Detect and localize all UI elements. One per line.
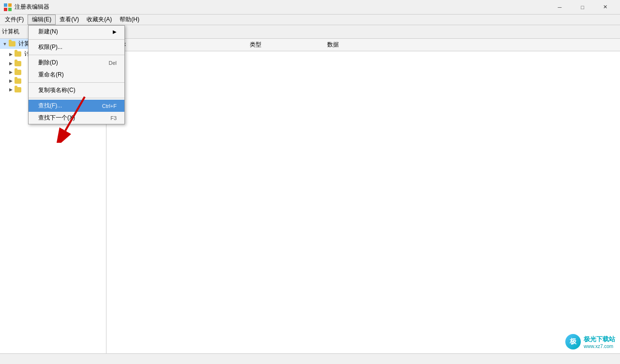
menu-help[interactable]: 帮助(H) (116, 15, 143, 25)
svg-rect-2 (4, 8, 7, 11)
menu-edit-delete-label: 删除(D) (38, 59, 58, 67)
folder-icon-5 (15, 86, 22, 93)
status-bar (0, 353, 620, 364)
tree-toggle-3[interactable]: ▶ (8, 69, 14, 75)
close-button[interactable]: ✕ (594, 0, 616, 14)
content-header: 名称 类型 数据 (106, 39, 620, 51)
menu-bar: 文件(F) 编辑(E) 查看(V) 收藏夹(A) 帮助(H) (0, 15, 620, 25)
menu-file[interactable]: 文件(F) (1, 15, 28, 25)
app-icon (4, 3, 12, 11)
folder-icon-2 (15, 60, 22, 67)
menu-edit-delete-shortcut: Del (108, 60, 117, 66)
svg-rect-3 (8, 8, 12, 11)
tree-toggle-4[interactable]: ▶ (8, 78, 14, 84)
menu-edit-find-shortcut: Ctrl+F (102, 103, 117, 109)
col-header-data: 数据 (323, 41, 616, 49)
svg-rect-0 (4, 3, 7, 7)
menu-edit-copy-name-label: 复制项名称(C) (38, 86, 76, 94)
menu-edit-rename[interactable]: 重命名(R) (29, 69, 124, 81)
col-header-name: 名称 (110, 41, 246, 49)
maximize-button[interactable]: □ (572, 0, 593, 14)
window-controls: ─ □ ✕ (549, 0, 616, 14)
window-title: 注册表编辑器 (15, 3, 549, 11)
menu-view[interactable]: 查看(V) (56, 15, 83, 25)
folder-icon-4 (15, 77, 22, 84)
menu-edit-find-label: 查找(F)... (38, 102, 62, 110)
folder-icon-3 (15, 69, 22, 76)
folder-icon-computer (9, 41, 16, 47)
menu-edit-find[interactable]: 查找(F)... Ctrl+F (29, 100, 124, 112)
menu-edit-permissions[interactable]: 权限(P)... (29, 41, 124, 53)
divider-1 (29, 39, 124, 40)
divider-3 (29, 82, 124, 83)
edit-dropdown-menu: 新建(N) ▶ 权限(P)... 删除(D) Del 重命名(R) 复制项名称(… (28, 25, 125, 124)
divider-2 (29, 55, 124, 55)
menu-edit-new[interactable]: 新建(N) ▶ (29, 26, 124, 38)
menu-edit-delete[interactable]: 删除(D) Del (29, 57, 124, 69)
col-header-type: 类型 (246, 41, 323, 49)
menu-favorites[interactable]: 收藏夹(A) (83, 15, 116, 25)
tree-toggle-1[interactable]: ▶ (8, 51, 14, 57)
title-bar: 注册表编辑器 ─ □ ✕ (0, 0, 620, 15)
content-panel: 名称 类型 数据 (106, 39, 620, 353)
menu-edit-copy-name[interactable]: 复制项名称(C) (29, 84, 124, 96)
menu-edit-permissions-label: 权限(P)... (38, 43, 62, 51)
tree-toggle-2[interactable]: ▶ (8, 61, 14, 66)
menu-edit-find-next-label: 查找下一个(X) (38, 114, 75, 122)
tree-toggle-5[interactable]: ▶ (8, 87, 14, 92)
menu-edit-new-arrow: ▶ (113, 29, 117, 34)
menu-edit-find-next-shortcut: F3 (110, 115, 117, 121)
breadcrumb: 计算机 (2, 28, 19, 36)
menu-edit-new-label: 新建(N) (38, 28, 58, 36)
tree-toggle-computer[interactable]: ▼ (2, 41, 8, 47)
minimize-button[interactable]: ─ (549, 0, 571, 14)
folder-icon-1 (15, 51, 22, 58)
menu-edit-find-next[interactable]: 查找下一个(X) F3 (29, 112, 124, 124)
divider-4 (29, 98, 124, 98)
menu-edit[interactable]: 编辑(E) (28, 15, 56, 25)
svg-rect-1 (8, 3, 12, 7)
menu-edit-rename-label: 重命名(R) (38, 71, 64, 79)
